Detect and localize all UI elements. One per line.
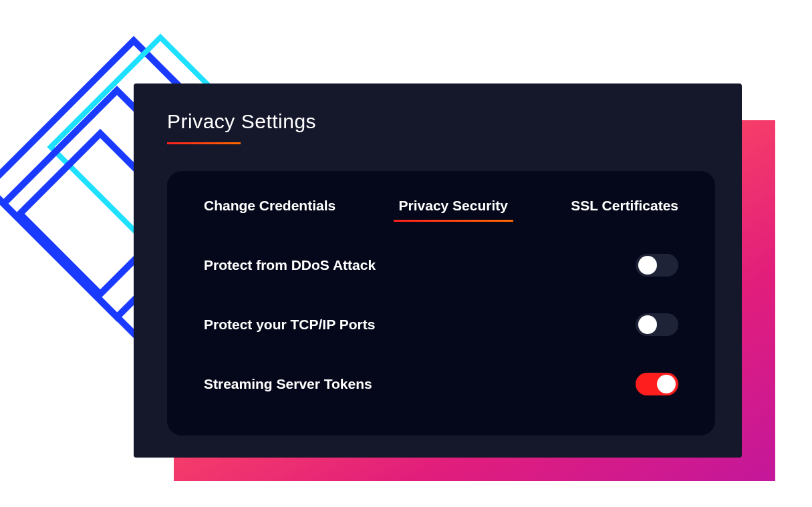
toggle-tcpip[interactable] <box>636 313 678 336</box>
setting-row-tcpip: Protect your TCP/IP Ports <box>204 313 678 336</box>
tab-change-credentials[interactable]: Change Credentials <box>204 198 335 220</box>
toggle-knob-icon <box>638 256 657 275</box>
title-underline-accent <box>167 142 241 144</box>
privacy-settings-panel: Privacy Settings Change Credentials Priv… <box>134 83 742 458</box>
panel-title: Privacy Settings <box>167 110 715 133</box>
toggle-knob-icon <box>657 375 676 393</box>
toggle-ddos[interactable] <box>636 254 678 277</box>
toggle-streaming[interactable] <box>636 373 678 395</box>
tab-privacy-security[interactable]: Privacy Security <box>399 198 508 220</box>
tab-ssl-certificates[interactable]: SSL Certificates <box>571 198 678 220</box>
settings-tabs: Change Credentials Privacy Security SSL … <box>204 198 678 220</box>
toggle-knob-icon <box>638 315 657 334</box>
settings-content: Change Credentials Privacy Security SSL … <box>167 171 715 436</box>
setting-row-streaming: Streaming Server Tokens <box>204 373 678 395</box>
setting-label: Protect your TCP/IP Ports <box>204 317 375 333</box>
setting-label: Streaming Server Tokens <box>204 376 372 392</box>
setting-label: Protect from DDoS Attack <box>204 257 376 273</box>
setting-row-ddos: Protect from DDoS Attack <box>204 254 678 277</box>
